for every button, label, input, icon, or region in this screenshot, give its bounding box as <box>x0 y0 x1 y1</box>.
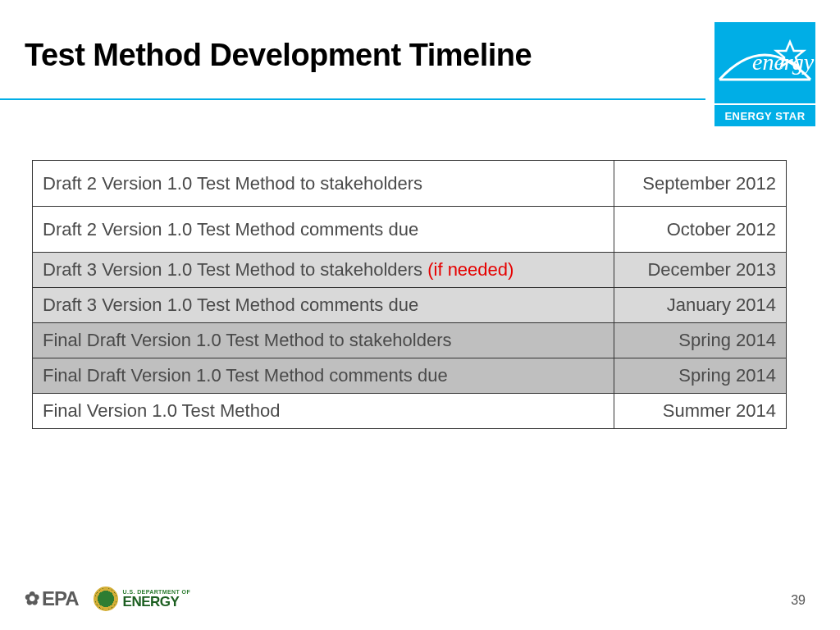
doe-seal-icon <box>94 587 118 611</box>
title-underline <box>0 98 705 100</box>
milestone-date: October 2012 <box>614 207 787 253</box>
milestone-date: Spring 2014 <box>614 358 787 394</box>
table-row: Draft 2 Version 1.0 Test Method to stake… <box>33 161 787 207</box>
energy-star-logo: energy ENERGY STAR <box>714 22 815 126</box>
page-title: Test Method Development Timeline <box>25 38 696 73</box>
milestone-date: Summer 2014 <box>614 394 787 429</box>
milestone-label: Draft 3 Version 1.0 Test Method comments… <box>33 288 614 323</box>
doe-logo: U.S. DEPARTMENT OF ENERGY <box>94 587 191 611</box>
table-row: Draft 3 Version 1.0 Test Method comments… <box>33 288 787 323</box>
doe-main: ENERGY <box>123 595 191 609</box>
milestone-date: December 2013 <box>614 253 787 288</box>
milestone-date: September 2012 <box>614 161 787 207</box>
table-row: Final Draft Version 1.0 Test Method comm… <box>33 358 787 394</box>
milestone-label: Draft 2 Version 1.0 Test Method comments… <box>33 207 614 253</box>
epa-text: EPA <box>42 587 79 610</box>
table-row: Draft 3 Version 1.0 Test Method to stake… <box>33 253 787 288</box>
milestone-label: Draft 2 Version 1.0 Test Method to stake… <box>33 161 614 207</box>
milestone-date: Spring 2014 <box>614 323 787 358</box>
timeline-table: Draft 2 Version 1.0 Test Method to stake… <box>32 160 787 429</box>
milestone-highlight: (if needed) <box>427 259 514 280</box>
table-row: Draft 2 Version 1.0 Test Method comments… <box>33 207 787 253</box>
footer-logos: ✿ EPA U.S. DEPARTMENT OF ENERGY <box>25 587 190 611</box>
page-number: 39 <box>791 593 806 608</box>
milestone-date: January 2014 <box>614 288 787 323</box>
table-row: Final Version 1.0 Test MethodSummer 2014 <box>33 394 787 429</box>
milestone-label: Final Version 1.0 Test Method <box>33 394 614 429</box>
epa-logo: ✿ EPA <box>25 587 79 610</box>
milestone-label: Draft 3 Version 1.0 Test Method to stake… <box>33 253 614 288</box>
table-row: Final Draft Version 1.0 Test Method to s… <box>33 323 787 358</box>
energy-star-graphic: energy <box>714 22 815 103</box>
epa-flower-icon: ✿ <box>25 590 39 608</box>
energy-star-label: ENERGY STAR <box>714 103 815 126</box>
milestone-label: Final Draft Version 1.0 Test Method comm… <box>33 358 614 394</box>
milestone-label: Final Draft Version 1.0 Test Method to s… <box>33 323 614 358</box>
